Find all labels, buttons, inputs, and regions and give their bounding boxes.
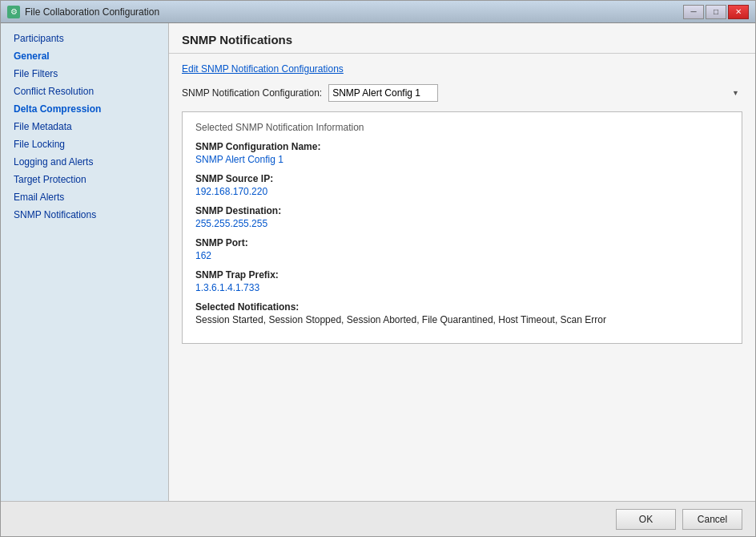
app-icon: ⚙ <box>7 6 20 18</box>
selected-notifications-value: Session Started, Session Stopped, Sessio… <box>195 314 729 325</box>
window-content: Participants General File Filters Confli… <box>1 23 755 501</box>
info-panel: Selected SNMP Notification Information S… <box>182 111 742 344</box>
sidebar-item-logging-and-alerts[interactable]: Logging and Alerts <box>1 153 168 171</box>
destination-label: SNMP Destination: <box>195 205 729 216</box>
sidebar-item-email-alerts[interactable]: Email Alerts <box>1 188 168 206</box>
trap-prefix-label: SNMP Trap Prefix: <box>195 269 729 281</box>
sidebar-item-target-protection[interactable]: Target Protection <box>1 171 168 188</box>
selected-notifications-label: Selected Notifications: <box>195 301 729 313</box>
config-select-wrapper: SNMP Alert Config 1 <box>328 84 742 102</box>
sidebar-item-participants[interactable]: Participants <box>1 30 168 47</box>
main-window: ⚙ File Collaboration Configuration ─ □ ✕… <box>0 0 756 537</box>
sidebar-item-conflict-resolution[interactable]: Conflict Resolution <box>1 83 168 100</box>
sidebar-item-file-locking[interactable]: File Locking <box>1 135 168 153</box>
info-field-trap-prefix: SNMP Trap Prefix: 1.3.6.1.4.1.733 <box>195 269 729 293</box>
port-label: SNMP Port: <box>195 237 729 248</box>
close-button[interactable]: ✕ <box>728 5 749 19</box>
main-body: Edit SNMP Notification Configurations SN… <box>169 54 755 501</box>
main-header: SNMP Notifications <box>169 23 755 54</box>
info-field-config-name: SNMP Configuration Name: SNMP Alert Conf… <box>195 141 729 165</box>
title-bar-buttons: ─ □ ✕ <box>683 5 749 19</box>
config-name-label: SNMP Configuration Name: <box>195 141 729 152</box>
source-ip-label: SNMP Source IP: <box>195 173 729 184</box>
ok-button[interactable]: OK <box>616 509 676 530</box>
title-bar-left: ⚙ File Collaboration Configuration <box>7 6 159 18</box>
info-panel-title: Selected SNMP Notification Information <box>195 122 729 133</box>
destination-value: 255.255.255.255 <box>195 218 729 229</box>
config-name-value: SNMP Alert Config 1 <box>195 154 729 165</box>
source-ip-value: 192.168.170.220 <box>195 186 729 197</box>
trap-prefix-value: 1.3.6.1.4.1.733 <box>195 282 729 293</box>
info-field-destination: SNMP Destination: 255.255.255.255 <box>195 205 729 229</box>
sidebar-item-file-metadata[interactable]: File Metadata <box>1 118 168 135</box>
info-field-selected-notifications: Selected Notifications: Session Started,… <box>195 301 729 325</box>
sidebar-item-snmp-notifications[interactable]: SNMP Notifications <box>1 206 168 224</box>
sidebar-item-general[interactable]: General <box>1 47 168 65</box>
sidebar-item-file-filters[interactable]: File Filters <box>1 65 168 83</box>
edit-snmp-link[interactable]: Edit SNMP Notification Configurations <box>182 63 344 75</box>
info-field-source-ip: SNMP Source IP: 192.168.170.220 <box>195 173 729 197</box>
page-title: SNMP Notifications <box>182 33 742 46</box>
config-row: SNMP Notification Configuration: SNMP Al… <box>182 84 742 102</box>
minimize-button[interactable]: ─ <box>683 5 704 19</box>
footer: OK Cancel <box>1 501 755 536</box>
sidebar: Participants General File Filters Confli… <box>1 23 169 501</box>
info-field-port: SNMP Port: 162 <box>195 237 729 261</box>
window-title: File Collaboration Configuration <box>25 6 159 18</box>
main-content: SNMP Notifications Edit SNMP Notificatio… <box>169 23 755 501</box>
sidebar-item-delta-compression[interactable]: Delta Compression <box>1 100 168 118</box>
cancel-button[interactable]: Cancel <box>682 509 742 530</box>
config-select[interactable]: SNMP Alert Config 1 <box>328 84 438 102</box>
maximize-button[interactable]: □ <box>706 5 726 19</box>
port-value: 162 <box>195 250 729 261</box>
config-select-label: SNMP Notification Configuration: <box>182 87 322 99</box>
title-bar: ⚙ File Collaboration Configuration ─ □ ✕ <box>1 1 755 23</box>
